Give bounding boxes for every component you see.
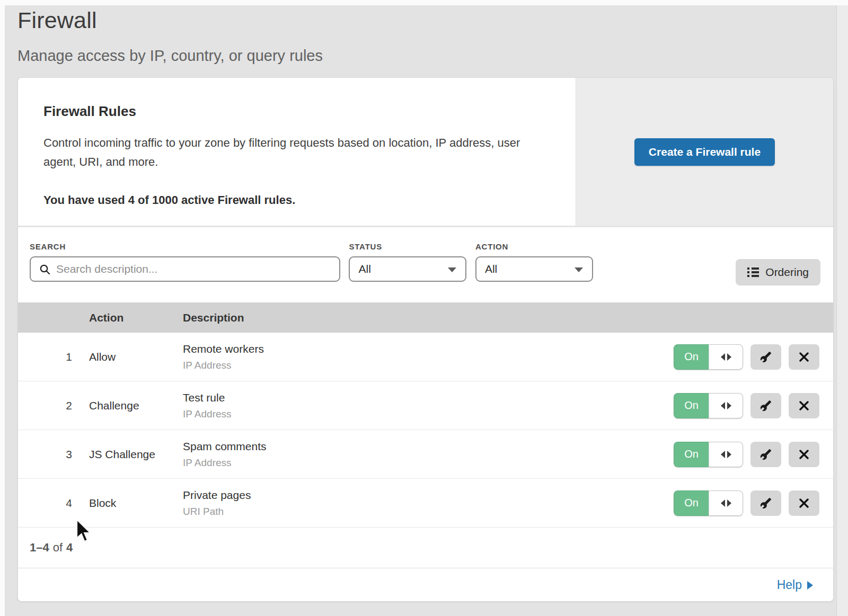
list-icon	[747, 266, 759, 279]
rule-description: Remote workers	[183, 343, 674, 355]
close-icon	[798, 449, 810, 460]
table-row: 3JS ChallengeSpam commentsIP AddressOn	[18, 430, 833, 479]
rule-controls: On	[674, 442, 819, 467]
page-title: Firewall	[17, 7, 834, 33]
pagination-of: of	[53, 541, 63, 555]
window-left-edge	[0, 0, 5, 616]
intro-text-panel: Firewall Rules Control incoming traffic …	[18, 78, 576, 226]
filters-bar: SEARCH STATUS All	[18, 227, 833, 302]
status-filter-group: STATUS All	[349, 242, 466, 282]
ordering-button[interactable]: Ordering	[736, 259, 820, 285]
rule-action: JS Challenge	[89, 448, 183, 461]
rule-controls: On	[674, 490, 819, 516]
rule-priority: 3	[18, 448, 72, 461]
action-selected-value: All	[485, 263, 497, 275]
search-input[interactable]	[31, 257, 339, 281]
scrollbar-track[interactable]	[836, 5, 848, 616]
action-select[interactable]: All	[475, 256, 593, 282]
wrench-icon	[760, 400, 772, 412]
status-label: STATUS	[349, 242, 466, 251]
action-filter-group: ACTION All	[475, 242, 593, 282]
rule-description: Private pages	[183, 489, 674, 502]
rule-description-cell: Spam commentsIP Address	[183, 440, 674, 469]
wrench-icon	[760, 449, 772, 460]
rule-priority: 4	[18, 497, 72, 510]
wrench-icon	[760, 351, 772, 363]
toggle-arrows-icon[interactable]	[709, 344, 743, 370]
create-rule-panel: Create a Firewall rule	[576, 78, 833, 226]
search-box[interactable]	[30, 256, 340, 282]
table-row: 4BlockPrivate pagesURI PathOn	[18, 479, 833, 528]
toggle-on-label[interactable]: On	[674, 490, 709, 516]
rule-enabled-toggle[interactable]: On	[674, 442, 743, 467]
rule-match-type: URI Path	[183, 506, 674, 517]
card-heading: Firewall Rules	[43, 103, 554, 120]
firewall-rules-intro: Firewall Rules Control incoming traffic …	[18, 78, 833, 227]
rule-controls: On	[674, 393, 819, 418]
rule-action: Block	[89, 497, 183, 510]
rule-description: Spam comments	[183, 440, 674, 453]
rules-table-body: 1AllowRemote workersIP AddressOn2Challen…	[18, 333, 833, 528]
status-selected-value: All	[358, 263, 370, 275]
delete-rule-button[interactable]	[789, 490, 819, 516]
edit-rule-button[interactable]	[750, 490, 781, 516]
edit-rule-button[interactable]	[750, 344, 781, 370]
rule-description-cell: Remote workersIP Address	[183, 343, 674, 371]
delete-rule-button[interactable]	[789, 344, 819, 370]
rule-description-cell: Test ruleIP Address	[183, 391, 674, 420]
card-footer: Help	[18, 568, 833, 601]
table-header: Action Description	[18, 302, 833, 333]
chevron-down-icon	[575, 267, 583, 272]
toggle-arrows-icon[interactable]	[709, 490, 743, 516]
rule-controls: On	[674, 344, 819, 370]
action-label: ACTION	[475, 242, 593, 251]
rule-enabled-toggle[interactable]: On	[674, 490, 743, 516]
ordering-button-label: Ordering	[765, 266, 809, 279]
search-filter-group: SEARCH	[30, 242, 340, 282]
toggle-on-label[interactable]: On	[674, 344, 709, 370]
arrow-right-icon	[807, 581, 813, 590]
pagination-total: 4	[66, 541, 73, 555]
rule-match-type: IP Address	[183, 408, 674, 420]
toggle-on-label[interactable]: On	[674, 442, 709, 467]
card-description: Control incoming traffic to your zone by…	[43, 133, 552, 172]
page-subtitle: Manage access by IP, country, or query r…	[17, 47, 834, 65]
rule-description-cell: Private pagesURI Path	[183, 489, 674, 517]
close-icon	[798, 351, 810, 363]
delete-rule-button[interactable]	[789, 442, 819, 467]
rule-match-type: IP Address	[183, 360, 674, 371]
edit-rule-button[interactable]	[750, 393, 781, 418]
rule-match-type: IP Address	[183, 457, 674, 469]
rule-enabled-toggle[interactable]: On	[674, 393, 743, 418]
rule-priority: 1	[18, 351, 72, 363]
column-header-action: Action	[89, 311, 183, 324]
window-top-edge	[0, 0, 848, 5]
toggle-arrows-icon[interactable]	[709, 442, 743, 467]
rule-enabled-toggle[interactable]: On	[674, 344, 743, 370]
search-label: SEARCH	[30, 242, 340, 251]
rule-description: Test rule	[183, 391, 674, 404]
create-firewall-rule-button[interactable]: Create a Firewall rule	[634, 138, 775, 166]
column-header-description: Description	[183, 311, 833, 324]
help-link-label: Help	[777, 578, 802, 592]
toggle-on-label[interactable]: On	[674, 393, 709, 418]
firewall-page: Firewall Manage access by IP, country, o…	[17, 7, 834, 602]
chevron-down-icon	[448, 267, 456, 272]
rule-action: Allow	[89, 351, 183, 363]
table-row: 2ChallengeTest ruleIP AddressOn	[18, 381, 833, 430]
rule-action: Challenge	[89, 399, 183, 412]
close-icon	[798, 400, 810, 412]
pagination-bar: 1–4 of 4	[18, 528, 833, 568]
status-select[interactable]: All	[349, 256, 466, 282]
search-icon	[39, 263, 51, 278]
help-link[interactable]: Help	[777, 578, 813, 592]
toggle-arrows-icon[interactable]	[709, 393, 743, 418]
usage-summary: You have used 4 of 1000 active Firewall …	[43, 193, 554, 207]
close-icon	[798, 497, 810, 509]
delete-rule-button[interactable]	[789, 393, 819, 418]
edit-rule-button[interactable]	[750, 442, 781, 467]
table-row: 1AllowRemote workersIP AddressOn	[18, 333, 833, 381]
rule-priority: 2	[18, 399, 72, 412]
firewall-rules-card: Firewall Rules Control incoming traffic …	[17, 77, 834, 602]
pagination-range: 1–4	[30, 541, 49, 555]
